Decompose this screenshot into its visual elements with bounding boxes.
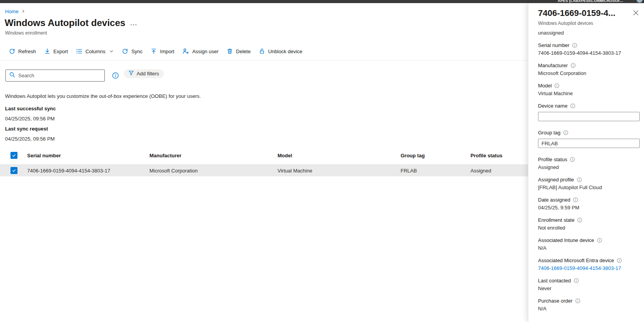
- panel-fields: Serial number 7406-1669-0159-4094-4154-3…: [538, 42, 640, 318]
- import-label: Import: [160, 49, 174, 54]
- field-label: Manufacturer: [538, 63, 568, 68]
- field-value: Microsoft Corporation: [538, 70, 640, 77]
- info-icon[interactable]: [597, 238, 602, 243]
- table-row[interactable]: 7406-1669-0159-4094-4154-3803-17 Microso…: [0, 164, 528, 176]
- info-icon[interactable]: [571, 63, 576, 68]
- assign-user-label: Assign user: [192, 49, 219, 54]
- field-value: N/A: [538, 306, 640, 312]
- field-value: N/A: [538, 245, 640, 251]
- field-value: Assigned: [538, 164, 640, 171]
- page-description: Windows Autopilot lets you customize the…: [5, 93, 201, 99]
- row-serial-number[interactable]: 7406-1669-0159-4094-4154-3803-17: [27, 167, 110, 173]
- search-box[interactable]: [5, 70, 105, 82]
- field-enrollment-state: Enrollment state Not enrolled: [538, 217, 640, 231]
- column-header-profile-status[interactable]: Profile status: [470, 153, 502, 158]
- columns-button[interactable]: Columns: [76, 48, 114, 54]
- row-profile-status: Assigned: [470, 167, 491, 173]
- delete-label: Delete: [236, 49, 251, 54]
- field-value: 7406-1669-0159-4094-4154-3803-17: [538, 50, 640, 56]
- field-label: Group tag: [538, 130, 561, 136]
- field-last-contacted: Last contacted Never: [538, 277, 640, 292]
- checkbox-checked-icon[interactable]: [10, 167, 17, 174]
- row-group-tag: FRLAB: [401, 167, 417, 173]
- field-assigned-profile: Assigned profile [FRLAB] Autopilot Full …: [538, 176, 640, 191]
- columns-label: Columns: [85, 49, 105, 54]
- column-header-manufacturer[interactable]: Manufacturer: [149, 153, 181, 158]
- assign-user-button[interactable]: Assign user: [182, 48, 219, 54]
- column-header-serial-number[interactable]: Serial number: [27, 153, 61, 158]
- sync-button[interactable]: Sync: [122, 48, 142, 54]
- info-icon[interactable]: [570, 103, 575, 108]
- row-checkbox[interactable]: [10, 167, 17, 174]
- page-title: Windows Autopilot devices: [5, 17, 125, 28]
- info-icon[interactable]: [573, 197, 578, 202]
- last-sync-request-value: 04/25/2025, 09:56 PM: [5, 136, 55, 142]
- info-icon[interactable]: [572, 43, 577, 48]
- tenant-name: APES (LABAPES01.ONMICROSOF...: [558, 0, 623, 3]
- field-serial-number: Serial number 7406-1669-0159-4094-4154-3…: [538, 42, 640, 56]
- more-actions-button[interactable]: ···: [130, 21, 137, 28]
- page-subtitle: Windows enrollment: [5, 30, 47, 36]
- info-icon[interactable]: [577, 218, 582, 223]
- chevron-right-icon: [21, 9, 25, 14]
- field-associated-intune-device: Associated Intune device N/A: [538, 237, 640, 251]
- field-label: Last contacted: [538, 278, 571, 284]
- main-content: Home Windows Autopilot devices ··· Windo…: [0, 3, 528, 322]
- search-input[interactable]: [18, 73, 101, 78]
- field-purchase-order: Purchase order N/A: [538, 298, 640, 312]
- portal-top-bar: APES (LABAPES01.ONMICROSOF...: [0, 0, 644, 3]
- info-icon[interactable]: [575, 298, 580, 303]
- delete-icon: [227, 48, 233, 54]
- device-details-panel: 7406-1669-0159-4... Windows Autopilot de…: [528, 3, 644, 322]
- account-avatar[interactable]: [637, 0, 642, 3]
- field-group-tag: Group tag: [538, 129, 640, 148]
- field-label: Purchase order: [538, 298, 573, 304]
- last-sync-request-label: Last sync request: [5, 126, 48, 132]
- field-label: Date assigned: [538, 197, 570, 203]
- panel-title: 7406-1669-0159-4...: [538, 8, 615, 18]
- info-icon[interactable]: [112, 72, 119, 79]
- info-icon[interactable]: [570, 157, 575, 162]
- device-name-input[interactable]: [538, 112, 640, 121]
- group-tag-input[interactable]: [538, 139, 640, 148]
- info-icon[interactable]: [574, 278, 579, 283]
- delete-button[interactable]: Delete: [227, 48, 251, 54]
- field-label: Model: [538, 83, 552, 89]
- field-value: Never: [538, 285, 640, 292]
- select-all-checkbox[interactable]: [10, 152, 17, 159]
- unblock-device-button[interactable]: Unblock device: [259, 48, 302, 54]
- field-label: Device name: [538, 103, 568, 109]
- field-label: Associated Intune device: [538, 237, 594, 243]
- refresh-button[interactable]: Refresh: [9, 48, 36, 54]
- export-icon: [44, 48, 50, 54]
- field-value: Not enrolled: [538, 225, 640, 231]
- field-date-assigned: Date assigned 04/25/25, 9:59 PM: [538, 197, 640, 211]
- column-header-model[interactable]: Model: [278, 153, 292, 158]
- info-icon[interactable]: [554, 83, 559, 88]
- filter-icon: [128, 70, 134, 77]
- info-icon[interactable]: [577, 177, 582, 182]
- field-label: Profile status: [538, 157, 567, 162]
- field-associated-entra-device: Associated Microsoft Entra device 7406-1…: [538, 257, 640, 272]
- column-header-group-tag[interactable]: Group tag: [401, 153, 425, 158]
- refresh-label: Refresh: [18, 49, 36, 54]
- breadcrumb-home-link[interactable]: Home: [5, 9, 19, 14]
- info-icon[interactable]: [617, 258, 622, 263]
- table-header-row: Serial number Manufacturer Model Group t…: [0, 149, 528, 162]
- info-icon[interactable]: [563, 130, 568, 135]
- close-icon[interactable]: [633, 10, 639, 16]
- sync-icon: [122, 48, 128, 54]
- windows-autopilot-devices-page: APES (LABAPES01.ONMICROSOF... Home Windo…: [0, 0, 644, 322]
- toolbar-divider: [0, 60, 528, 61]
- field-profile-status: Profile status Assigned: [538, 156, 640, 171]
- export-button[interactable]: Export: [44, 48, 68, 54]
- add-filters-label: Add filters: [137, 71, 159, 77]
- import-button[interactable]: Import: [151, 48, 174, 54]
- assign-user-icon: [182, 48, 189, 54]
- entra-device-link[interactable]: 7406-1669-0159-4094-4154-3803-17: [538, 265, 640, 272]
- add-filters-button[interactable]: Add filters: [124, 69, 164, 78]
- refresh-icon: [9, 48, 15, 54]
- command-bar: Refresh Export Columns: [9, 47, 302, 56]
- field-model: Model Virtual Machine: [538, 82, 640, 97]
- checkbox-checked-icon[interactable]: [10, 152, 17, 159]
